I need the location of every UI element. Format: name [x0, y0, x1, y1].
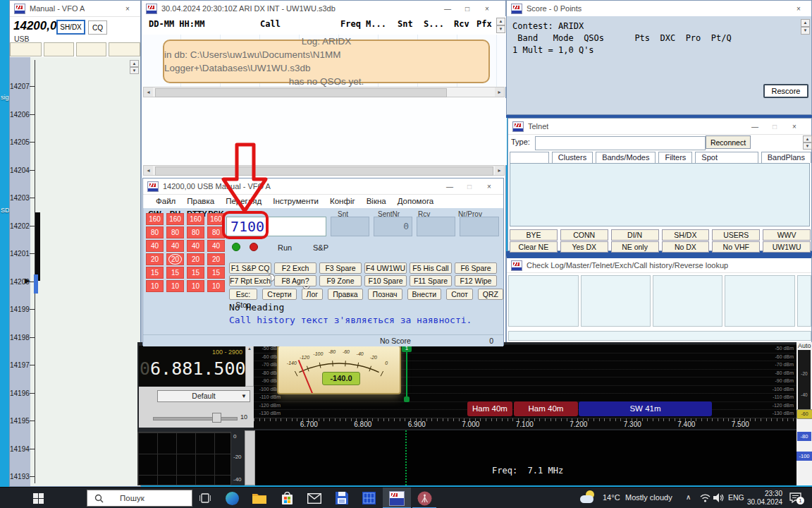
volume-slider-track[interactable] [153, 417, 238, 421]
telnet-command-button[interactable]: Yes DX [560, 241, 608, 253]
bandmap-filter-box[interactable] [76, 42, 106, 56]
taskbar-explorer-button[interactable] [250, 488, 269, 508]
band-button[interactable]: 80 [207, 226, 225, 238]
volume-icon[interactable] [713, 493, 724, 502]
spinner-up-icon[interactable]: ▲ [801, 19, 810, 27]
notification-button[interactable]: 1 [789, 492, 804, 504]
tuning-marker-line[interactable] [406, 346, 407, 399]
spinner-down-icon[interactable]: ▼ [130, 67, 139, 74]
band-button[interactable]: 20 [166, 253, 184, 265]
band-button[interactable]: 10 [207, 280, 225, 292]
rcv-field[interactable] [417, 217, 455, 236]
band-button[interactable]: 40 [187, 240, 204, 252]
menu-item[interactable]: Конфіг [327, 195, 358, 209]
taskbar-grid-app-button[interactable] [359, 488, 379, 508]
function-key-button[interactable]: F12 Wipe [455, 275, 497, 286]
band-button[interactable]: 80 [187, 226, 204, 238]
tray-chevron-icon[interactable]: ∧ [686, 493, 691, 501]
menu-item[interactable]: Допомога [395, 195, 437, 209]
scrollbar-thumb[interactable] [155, 88, 447, 97]
function-key-button[interactable]: F3 Spare [319, 262, 362, 274]
telnet-tab[interactable]: BandPlans [761, 152, 811, 163]
scroll-left-icon[interactable]: ◂ [144, 166, 153, 175]
sdr-divider-strip[interactable] [245, 430, 255, 485]
volume-slider-handle[interactable] [212, 413, 221, 423]
gain-slider-handle[interactable]: -60 [796, 409, 812, 419]
weather-temp[interactable]: 14°C [603, 493, 620, 502]
checklog-pane[interactable] [508, 275, 579, 327]
band-button[interactable]: 40 [207, 240, 225, 252]
log-column-header[interactable]: Rcv [454, 19, 469, 29]
telnet-command-button[interactable]: UW1WU [763, 241, 811, 253]
bandmap-titlebar[interactable]: Manual - VFO A × [10, 1, 140, 17]
telnet-command-button[interactable]: DI/N [611, 229, 659, 241]
snt-field[interactable] [331, 217, 369, 236]
checklog-pane[interactable] [797, 275, 811, 327]
log-titlebar[interactable]: 30.04.2024 20:30:10Z ARI DX INT - UW1WU.… [142, 1, 505, 17]
sdr-waterfall[interactable]: Freq: 7.1 MHz [255, 430, 796, 485]
function-key-button[interactable]: F7 Rpt Exch [229, 275, 271, 286]
telnet-command-button[interactable]: WWV [763, 229, 811, 241]
band-button[interactable]: 80 [166, 226, 184, 238]
telnet-command-button[interactable]: CONN [560, 229, 608, 241]
minimize-icon[interactable]: — [441, 181, 458, 192]
checklog-pane[interactable] [581, 275, 651, 327]
bandmap-filter-box[interactable] [10, 42, 42, 56]
cq-button[interactable]: CQ [88, 20, 107, 35]
taskbar-search[interactable] [87, 490, 192, 507]
wifi-icon[interactable] [700, 494, 710, 502]
log-column-header[interactable]: DD-MM HH:MM [149, 19, 204, 29]
band-button[interactable]: 15 [166, 267, 184, 279]
taskbar-n1mm-button[interactable] [383, 488, 411, 508]
band-button[interactable]: 20 [146, 253, 164, 265]
band-button[interactable]: 160 [187, 213, 204, 225]
telnet-output-pane[interactable] [510, 163, 810, 226]
band-button[interactable]: 15 [187, 267, 204, 279]
close-icon[interactable]: × [786, 121, 803, 132]
telnet-titlebar[interactable]: Telnet — □ × [508, 119, 811, 135]
taskbar-edge-button[interactable] [222, 488, 242, 508]
language-indicator[interactable]: ENG [728, 493, 744, 502]
sdr-scrollbar[interactable]: ▲ [245, 346, 254, 387]
band-segment[interactable]: Ham 40m [467, 401, 512, 416]
sdr-frequency-display[interactable]: 06.881.500 [140, 358, 246, 379]
function-key-button[interactable]: F4 UW1WU [364, 262, 407, 274]
action-button[interactable]: Esc: Stop [229, 289, 257, 300]
shdx-button[interactable]: SH/DX [56, 20, 85, 35]
function-key-button[interactable]: F5 His Call [410, 262, 452, 274]
bandmap-filter-box[interactable] [44, 42, 74, 56]
checklog-pane[interactable] [653, 275, 722, 327]
score-titlebar[interactable]: Score - 0 Points × [507, 1, 811, 17]
contrast-level-box[interactable]: -100 [796, 452, 812, 461]
telnet-type-input[interactable] [535, 136, 706, 150]
contrast-level-box[interactable]: -80 [797, 432, 811, 441]
telnet-command-button[interactable]: NE only [611, 241, 659, 253]
maximize-icon[interactable]: □ [461, 181, 478, 192]
log-hscrollbar[interactable]: ◂ ▸ [143, 165, 505, 176]
telnet-tab[interactable]: Clusters [552, 152, 593, 163]
clock[interactable]: 23:30 30.04.2024 [747, 490, 782, 507]
action-button[interactable]: Правка [328, 289, 362, 300]
telnet-command-button[interactable]: No DX [662, 241, 710, 253]
band-button[interactable]: 15 [146, 267, 164, 279]
band-button[interactable]: 160 [146, 213, 164, 225]
function-key-button[interactable]: F2 Exch [274, 262, 316, 274]
band-button[interactable]: 20 [207, 253, 225, 265]
spinner-up-icon[interactable]: ▲ [803, 135, 812, 143]
minimize-icon[interactable]: — [746, 121, 763, 132]
rescore-button[interactable]: Rescore [763, 84, 808, 98]
reconnect-button[interactable]: Reconnect [706, 135, 751, 149]
telnet-command-button[interactable]: No VHF [712, 241, 760, 253]
band-button[interactable]: 10 [146, 280, 164, 292]
scroll-up-icon[interactable]: ▲ [247, 346, 252, 351]
bandmap-filter-box[interactable] [109, 42, 140, 56]
scroll-right-icon[interactable]: ▸ [495, 166, 504, 175]
taskbar-mail-button[interactable] [304, 488, 324, 508]
telnet-tab[interactable]: Filters [658, 152, 692, 163]
checklog-pane[interactable] [725, 275, 795, 327]
close-icon[interactable]: × [481, 181, 498, 192]
band-button[interactable]: 160 [166, 213, 184, 225]
callsign-input[interactable] [226, 217, 326, 236]
telnet-tab-current[interactable] [510, 152, 549, 163]
maximize-icon[interactable]: □ [766, 121, 783, 132]
